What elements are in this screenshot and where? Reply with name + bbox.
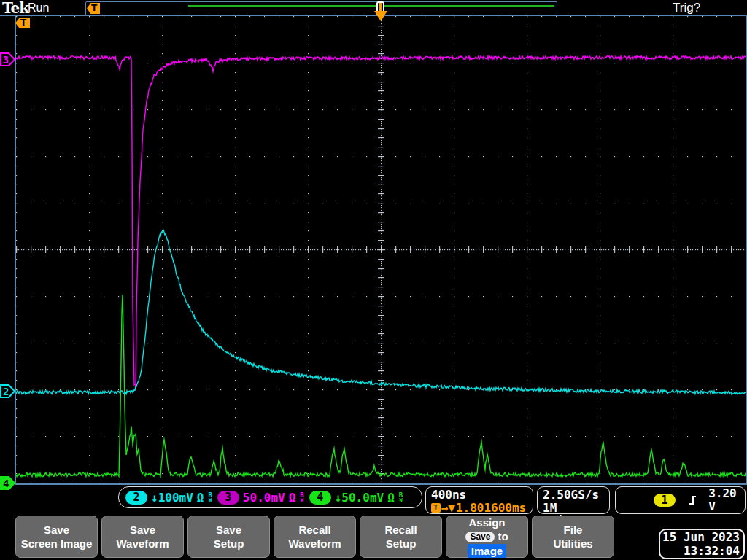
button-label: to	[498, 529, 508, 544]
channel-2-readout[interactable]: 2 ↓100mV Ω BW	[125, 491, 212, 505]
assign-target-value: Image	[468, 544, 506, 559]
trigger-time-indicator-icon[interactable]	[374, 11, 387, 21]
channel-4-bandwidth-icon: BW	[399, 492, 403, 502]
record-view-waveform-line	[188, 5, 554, 7]
button-label: Waveform	[117, 537, 169, 551]
channel-4-marker[interactable]: 4	[0, 476, 15, 490]
channel-2-marker[interactable]: 2	[0, 384, 15, 398]
trigger-source-badge: 1	[654, 494, 676, 507]
channel-3-bandwidth-icon: BW	[300, 492, 303, 502]
waveform-display	[16, 16, 746, 483]
button-label: Screen Image	[21, 537, 93, 551]
channel-2-scale: ↓100mV	[151, 491, 193, 505]
channel-3-coupling: Ω	[289, 491, 296, 505]
recall-waveform-button[interactable]: Recall Waveform	[274, 516, 356, 558]
channel-4-coupling: Ω	[387, 491, 395, 505]
recall-setup-button[interactable]: Recall Setup	[360, 516, 442, 558]
trigger-level: 3.20 V	[708, 487, 740, 513]
channel-4-scale: ↓50.0mV	[335, 491, 384, 505]
button-label: Utilities	[553, 537, 592, 551]
button-label: Save	[216, 523, 241, 537]
button-label: Recall	[384, 523, 417, 537]
channel-3-badge: 3	[217, 491, 239, 505]
button-label: File	[564, 523, 583, 537]
button-label: Recall	[298, 523, 330, 537]
button-label: Save	[130, 523, 155, 537]
button-label: Save	[44, 523, 69, 537]
date-value: 15 Jun 2023	[662, 530, 740, 544]
button-label: Setup	[386, 537, 417, 551]
save-screen-image-button[interactable]: Save Screen Image	[15, 516, 98, 558]
datetime-display: 15 Jun 2023 13:32:04	[659, 529, 745, 559]
channel-4-marker-label: 4	[3, 478, 9, 489]
channel-2-bandwidth-icon: BW	[208, 492, 212, 502]
trigger-status-label: Trig?	[673, 1, 700, 15]
delay-arrows-icon: →▼	[441, 502, 455, 515]
file-utilities-button[interactable]: File Utilities	[532, 516, 614, 558]
acquisition-status: Run	[28, 1, 49, 15]
channel-4-badge: 4	[309, 491, 331, 505]
horizontal-delay-row: T →▼ 1.801600ms	[431, 502, 527, 515]
button-label: Waveform	[289, 537, 341, 551]
acquisition-readout[interactable]: 2.50GS/s 1M points	[537, 486, 610, 514]
horizontal-delay-value: 1.801600ms	[456, 502, 526, 515]
channel-readout-bar: 2 ↓100mV Ω BW 3 50.0mV Ω BW 4 ↓50.0mV Ω …	[118, 486, 422, 508]
oscilloscope-screen: Tek Run T Trig? T 3 2 4 2 ↓100mV Ω BW 3	[0, 0, 747, 560]
button-label: Setup	[214, 537, 244, 551]
channel-3-marker-label: 3	[3, 54, 9, 66]
assign-save-row: Save to	[465, 529, 508, 544]
channel-3-marker[interactable]: 3	[0, 52, 15, 66]
sample-rate: 2.50GS/s	[543, 489, 604, 502]
channel-4-readout[interactable]: 4 ↓50.0mV Ω BW	[309, 491, 403, 505]
save-setup-button[interactable]: Save Setup	[187, 516, 270, 558]
horizontal-readout[interactable]: 400ns T →▼ 1.801600ms	[425, 486, 533, 514]
assign-save-to-image-button[interactable]: Assign Save to Image	[446, 516, 528, 558]
channel-3-readout[interactable]: 3 50.0mV Ω BW	[217, 491, 304, 505]
rising-edge-icon	[688, 494, 696, 506]
save-key-icon: Save	[465, 532, 495, 542]
save-waveform-button[interactable]: Save Waveform	[101, 516, 184, 558]
trigger-readout[interactable]: 1 3.20 V	[615, 486, 746, 514]
channel-2-badge: 2	[125, 491, 147, 505]
trigger-t-icon: T	[431, 503, 441, 513]
channel-2-coupling: Ω	[197, 491, 204, 505]
top-status-bar: Tek Run T Trig?	[0, 0, 747, 16]
button-label: Assign	[468, 516, 505, 530]
channel-2-marker-label: 2	[3, 386, 9, 397]
time-value: 13:32:04	[684, 544, 740, 558]
horizontal-scale: 400ns	[431, 489, 527, 502]
channel-3-scale: 50.0mV	[243, 491, 285, 505]
